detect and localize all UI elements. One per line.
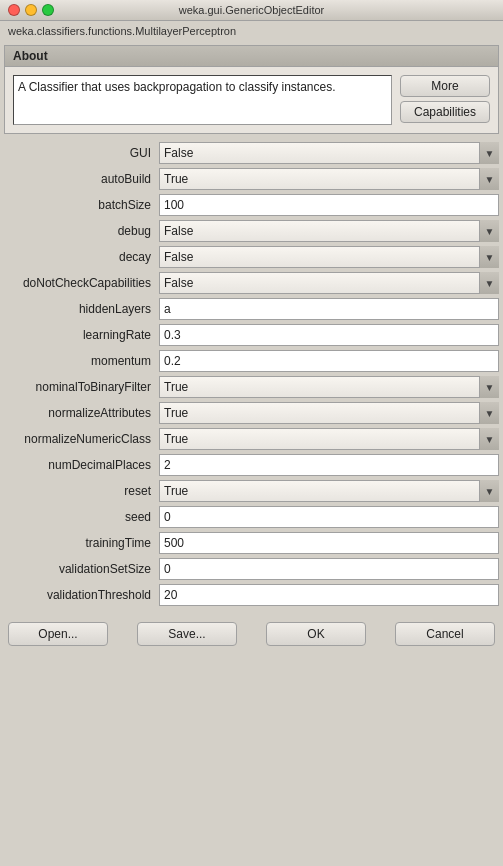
param-row: autoBuildTrueFalse▼ xyxy=(4,168,499,190)
select-wrapper-debug: FalseTrue▼ xyxy=(159,220,499,242)
param-row: debugFalseTrue▼ xyxy=(4,220,499,242)
param-row: batchSize xyxy=(4,194,499,216)
param-row: numDecimalPlaces xyxy=(4,454,499,476)
select-GUI[interactable]: FalseTrue xyxy=(159,142,499,164)
param-value-seed xyxy=(159,506,499,528)
param-value-normalizeAttributes: TrueFalse▼ xyxy=(159,402,499,424)
param-value-numDecimalPlaces xyxy=(159,454,499,476)
param-value-momentum xyxy=(159,350,499,372)
param-row: trainingTime xyxy=(4,532,499,554)
select-wrapper-decay: FalseTrue▼ xyxy=(159,246,499,268)
param-label-nominalToBinaryFilter: nominalToBinaryFilter xyxy=(4,380,159,394)
param-value-validationThreshold xyxy=(159,584,499,606)
select-reset[interactable]: TrueFalse xyxy=(159,480,499,502)
cancel-button[interactable]: Cancel xyxy=(395,622,495,646)
param-value-doNotCheckCapabilities: FalseTrue▼ xyxy=(159,272,499,294)
input-validationSetSize[interactable] xyxy=(159,558,499,580)
select-debug[interactable]: FalseTrue xyxy=(159,220,499,242)
param-label-reset: reset xyxy=(4,484,159,498)
param-label-momentum: momentum xyxy=(4,354,159,368)
about-section-header: About xyxy=(4,45,499,67)
param-row: nominalToBinaryFilterTrueFalse▼ xyxy=(4,376,499,398)
param-label-normalizeAttributes: normalizeAttributes xyxy=(4,406,159,420)
param-label-numDecimalPlaces: numDecimalPlaces xyxy=(4,458,159,472)
input-numDecimalPlaces[interactable] xyxy=(159,454,499,476)
input-validationThreshold[interactable] xyxy=(159,584,499,606)
select-nominalToBinaryFilter[interactable]: TrueFalse xyxy=(159,376,499,398)
select-normalizeAttributes[interactable]: TrueFalse xyxy=(159,402,499,424)
param-row: validationThreshold xyxy=(4,584,499,606)
window-controls xyxy=(8,4,54,16)
param-row: normalizeAttributesTrueFalse▼ xyxy=(4,402,499,424)
select-wrapper-autoBuild: TrueFalse▼ xyxy=(159,168,499,190)
select-wrapper-normalizeNumericClass: TrueFalse▼ xyxy=(159,428,499,450)
param-value-nominalToBinaryFilter: TrueFalse▼ xyxy=(159,376,499,398)
params-container: GUIFalseTrue▼autoBuildTrueFalse▼batchSiz… xyxy=(0,142,503,606)
param-label-debug: debug xyxy=(4,224,159,238)
param-value-hiddenLayers xyxy=(159,298,499,320)
select-decay[interactable]: FalseTrue xyxy=(159,246,499,268)
ok-button[interactable]: OK xyxy=(266,622,366,646)
param-label-trainingTime: trainingTime xyxy=(4,536,159,550)
app-subtitle: weka.classifiers.functions.MultilayerPer… xyxy=(0,21,503,41)
param-row: resetTrueFalse▼ xyxy=(4,480,499,502)
param-row: seed xyxy=(4,506,499,528)
input-learningRate[interactable] xyxy=(159,324,499,346)
param-label-autoBuild: autoBuild xyxy=(4,172,159,186)
open-button[interactable]: Open... xyxy=(8,622,108,646)
param-row: GUIFalseTrue▼ xyxy=(4,142,499,164)
param-value-decay: FalseTrue▼ xyxy=(159,246,499,268)
param-value-validationSetSize xyxy=(159,558,499,580)
param-value-batchSize xyxy=(159,194,499,216)
maximize-button[interactable] xyxy=(42,4,54,16)
capabilities-button[interactable]: Capabilities xyxy=(400,101,490,123)
param-value-debug: FalseTrue▼ xyxy=(159,220,499,242)
param-label-seed: seed xyxy=(4,510,159,524)
param-label-batchSize: batchSize xyxy=(4,198,159,212)
select-wrapper-normalizeAttributes: TrueFalse▼ xyxy=(159,402,499,424)
bottom-bar: Open... Save... OK Cancel xyxy=(0,614,503,654)
param-value-learningRate xyxy=(159,324,499,346)
about-section: A Classifier that uses backpropagation t… xyxy=(4,67,499,134)
param-value-reset: TrueFalse▼ xyxy=(159,480,499,502)
input-trainingTime[interactable] xyxy=(159,532,499,554)
param-label-decay: decay xyxy=(4,250,159,264)
select-autoBuild[interactable]: TrueFalse xyxy=(159,168,499,190)
param-label-learningRate: learningRate xyxy=(4,328,159,342)
param-label-validationSetSize: validationSetSize xyxy=(4,562,159,576)
param-value-normalizeNumericClass: TrueFalse▼ xyxy=(159,428,499,450)
param-row: doNotCheckCapabilitiesFalseTrue▼ xyxy=(4,272,499,294)
param-row: learningRate xyxy=(4,324,499,346)
select-normalizeNumericClass[interactable]: TrueFalse xyxy=(159,428,499,450)
about-description: A Classifier that uses backpropagation t… xyxy=(13,75,392,125)
window-title: weka.gui.GenericObjectEditor xyxy=(179,4,325,16)
select-wrapper-GUI: FalseTrue▼ xyxy=(159,142,499,164)
param-value-trainingTime xyxy=(159,532,499,554)
title-bar: weka.gui.GenericObjectEditor xyxy=(0,0,503,21)
select-doNotCheckCapabilities[interactable]: FalseTrue xyxy=(159,272,499,294)
select-wrapper-doNotCheckCapabilities: FalseTrue▼ xyxy=(159,272,499,294)
param-label-GUI: GUI xyxy=(4,146,159,160)
param-row: hiddenLayers xyxy=(4,298,499,320)
param-row: momentum xyxy=(4,350,499,372)
close-button[interactable] xyxy=(8,4,20,16)
param-label-hiddenLayers: hiddenLayers xyxy=(4,302,159,316)
param-label-validationThreshold: validationThreshold xyxy=(4,588,159,602)
select-wrapper-reset: TrueFalse▼ xyxy=(159,480,499,502)
param-label-normalizeNumericClass: normalizeNumericClass xyxy=(4,432,159,446)
minimize-button[interactable] xyxy=(25,4,37,16)
param-value-autoBuild: TrueFalse▼ xyxy=(159,168,499,190)
input-batchSize[interactable] xyxy=(159,194,499,216)
param-row: decayFalseTrue▼ xyxy=(4,246,499,268)
param-row: validationSetSize xyxy=(4,558,499,580)
param-label-doNotCheckCapabilities: doNotCheckCapabilities xyxy=(4,276,159,290)
input-momentum[interactable] xyxy=(159,350,499,372)
more-button[interactable]: More xyxy=(400,75,490,97)
param-value-GUI: FalseTrue▼ xyxy=(159,142,499,164)
input-seed[interactable] xyxy=(159,506,499,528)
input-hiddenLayers[interactable] xyxy=(159,298,499,320)
about-buttons: More Capabilities xyxy=(400,75,490,123)
save-button[interactable]: Save... xyxy=(137,622,237,646)
param-row: normalizeNumericClassTrueFalse▼ xyxy=(4,428,499,450)
select-wrapper-nominalToBinaryFilter: TrueFalse▼ xyxy=(159,376,499,398)
